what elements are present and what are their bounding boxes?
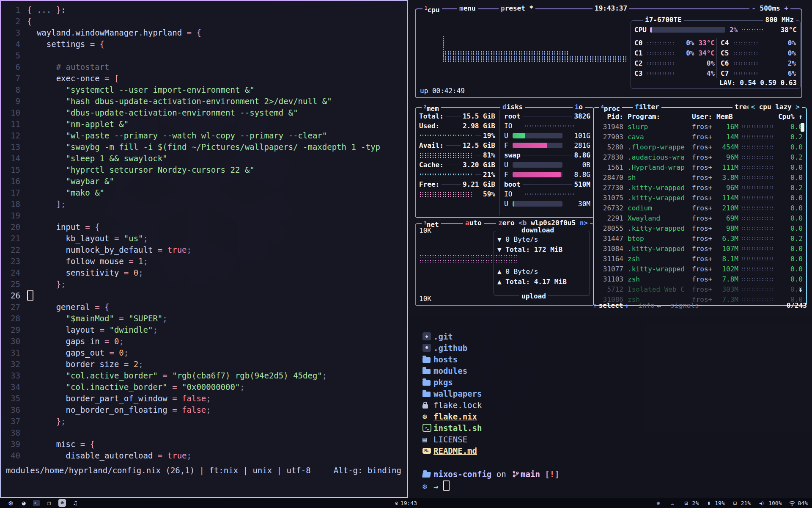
- process-row[interactable]: 31164zshfros+8.1M0.0: [594, 254, 806, 264]
- cpu-core-row: C34%: [634, 68, 715, 78]
- cpu-core-row: C40%: [721, 38, 796, 48]
- git-icon: ◆: [422, 332, 431, 340]
- update-interval-control[interactable]: - 500ms +: [749, 4, 790, 13]
- chip-icon[interactable]: ⊡: [683, 499, 690, 507]
- cpu-core-row: C00%33°C: [634, 38, 715, 48]
- editor-window[interactable]: 1{ ... }:2{3 wayland.windowManager.hyprl…: [0, 0, 408, 498]
- disk-name-row: swap8.8G: [500, 150, 593, 160]
- net-auto-button[interactable]: auto: [463, 219, 484, 227]
- mem-row: Free:9.21 GiB: [416, 179, 499, 189]
- proc-filter-button[interactable]: filter: [633, 103, 661, 111]
- proc-header-cpu[interactable]: Cpu% ↑: [738, 113, 803, 121]
- terminal-icon[interactable]: >_: [33, 500, 40, 506]
- proc-sort-selector[interactable]: < cpu lazy >: [749, 103, 802, 111]
- preset-button[interactable]: preset *: [499, 4, 535, 13]
- editor-line: 5: [1, 50, 407, 61]
- cpu-total-meter: [650, 27, 725, 33]
- io-mode-toggle[interactable]: io: [573, 103, 585, 111]
- process-row[interactable]: 28470shfros+3.8M0.0: [594, 172, 806, 182]
- proc-header-user[interactable]: User:: [692, 113, 716, 121]
- proc-panel-title[interactable]: 4proc: [599, 103, 622, 111]
- nix-icon[interactable]: ❆: [7, 499, 14, 507]
- line-text: "$mainMod" = "SUPER";: [27, 313, 167, 324]
- line-number: 24: [1, 267, 27, 279]
- process-row[interactable]: 31948slurpfros+16M0.0: [594, 121, 806, 132]
- net-panel-title[interactable]: 3net: [422, 219, 441, 227]
- volume-icon[interactable]: ◀): [757, 499, 766, 507]
- select-down-icon[interactable]: ↓: [625, 301, 629, 309]
- code-area[interactable]: 1{ ... }:2{3 wayland.windowManager.hyprl…: [1, 1, 407, 461]
- btop-net-panel: 3net auto zero <b wlp0s20f0u5 n> 10K 10K…: [415, 223, 594, 306]
- tray-volume[interactable]: ◀)100%: [757, 499, 782, 507]
- process-row[interactable]: 31103zshfros+7.8M0.0: [594, 274, 806, 284]
- mem-panel-title[interactable]: 2mem: [422, 103, 441, 111]
- process-row[interactable]: 27730.kitty-wrappedfros+96M0.2: [594, 182, 806, 193]
- browser-icon[interactable]: ◕: [20, 499, 27, 507]
- discord-icon[interactable]: ☻: [58, 499, 66, 507]
- wifi-icon[interactable]: [788, 499, 796, 507]
- line-number: 27: [1, 301, 27, 313]
- nix-snowflake-icon: ❆: [422, 482, 433, 491]
- tray-chip[interactable]: ⊡2%: [683, 499, 699, 507]
- line-text: misc = {: [27, 439, 95, 450]
- tray-disk[interactable]: ⊟21%: [731, 499, 751, 507]
- core-pct: 0%: [686, 49, 694, 57]
- proc-scrollbar[interactable]: [801, 123, 804, 132]
- net-zero-button[interactable]: zero: [496, 219, 517, 227]
- tray-memcard[interactable]: ▮19%: [705, 499, 724, 507]
- disk-bar: [513, 162, 562, 168]
- editor-line: 17 "mako &": [1, 187, 407, 199]
- tray-cloud[interactable]: ☁: [669, 499, 676, 507]
- editor-line: 8 "systemctl --user import-environment &…: [1, 84, 407, 96]
- statusline-file-info: modules/home/hyprland/config.nix (26,1) …: [6, 466, 311, 475]
- process-row[interactable]: 1561.Hyprland-wrapfros+111M0.0: [594, 162, 806, 172]
- info-enter-icon[interactable]: ↵: [657, 301, 661, 309]
- select-button[interactable]: select: [599, 301, 623, 309]
- process-row[interactable]: 5280.floorp-wrappefros+454M0.0: [594, 142, 806, 152]
- signals-button[interactable]: signals: [670, 301, 699, 309]
- tray-pin[interactable]: ◉: [655, 499, 662, 507]
- process-row[interactable]: 27903cavafros+14M0.2: [594, 132, 806, 142]
- line-number: 3: [1, 27, 27, 39]
- process-row[interactable]: 2291Xwaylandfros+69M0.0: [594, 213, 806, 223]
- process-row[interactable]: 27830.audacious-wrafros+96M0.2: [594, 152, 806, 162]
- line-number: 8: [1, 84, 27, 96]
- memcard-icon[interactable]: ▮: [705, 499, 713, 507]
- btop-window[interactable]: 1cpu menu preset * 19:43:37 - 500ms + i7…: [408, 0, 812, 315]
- process-row[interactable]: 31075.kitty-wrappedfros+114M0.0: [594, 193, 806, 203]
- mem-row: Cache:3.20 GiB: [416, 160, 499, 170]
- file-name: wallpapers: [433, 389, 482, 398]
- pin-icon[interactable]: ◉: [655, 499, 662, 507]
- music-icon[interactable]: ♫: [71, 499, 79, 507]
- editor-statusline: modules/home/hyprland/config.nix (26,1) …: [6, 466, 401, 475]
- proc-header-program[interactable]: Program:: [628, 113, 692, 121]
- shell-terminal-window[interactable]: ◆.git☻.githubhostsmodulespkgswallpapersf…: [408, 315, 812, 498]
- tray-wifi[interactable]: 84%: [788, 499, 808, 507]
- process-row[interactable]: 31084.kitty-wrappedfros+107M0.0: [594, 243, 806, 254]
- files-icon[interactable]: ❐: [45, 499, 53, 507]
- editor-line: 38: [1, 427, 407, 439]
- disks-toggle[interactable]: disks: [500, 103, 525, 111]
- process-row[interactable]: 28055.kitty-wrappedfros+98M0.0: [594, 223, 806, 233]
- line-number: 36: [1, 404, 27, 416]
- btop-clock: 19:43:37: [593, 4, 629, 13]
- line-number: 11: [1, 119, 27, 130]
- disk-icon[interactable]: ⊟: [731, 499, 739, 507]
- cpu-panel-title[interactable]: 1cpu: [422, 4, 442, 13]
- proc-scroll-down-icon[interactable]: ↓: [798, 285, 803, 293]
- proc-header-memb[interactable]: MemB: [716, 113, 738, 121]
- select-up-icon[interactable]: ↑: [593, 301, 597, 309]
- process-row[interactable]: 5712Isolated Web Cfros+303M0.0: [594, 284, 806, 294]
- shell-input-line[interactable]: ❆ →: [422, 480, 812, 492]
- info-button[interactable]: info: [638, 301, 655, 309]
- process-row[interactable]: 26732codiumfros+210M0.0: [594, 203, 806, 213]
- cloud-icon[interactable]: ☁: [669, 499, 676, 507]
- process-row[interactable]: 31077.kitty-wrappedfros+102M0.0: [594, 264, 806, 274]
- menu-button[interactable]: menu: [457, 4, 478, 13]
- mem-meter: [419, 134, 473, 137]
- disk-bar: [513, 201, 562, 207]
- process-row[interactable]: 31447btopfros+6.3M0.2: [594, 233, 806, 243]
- editor-line: 29 layout = "dwindle";: [1, 324, 407, 336]
- line-number: 23: [1, 256, 27, 267]
- proc-header-pid[interactable]: Pid:: [597, 113, 623, 121]
